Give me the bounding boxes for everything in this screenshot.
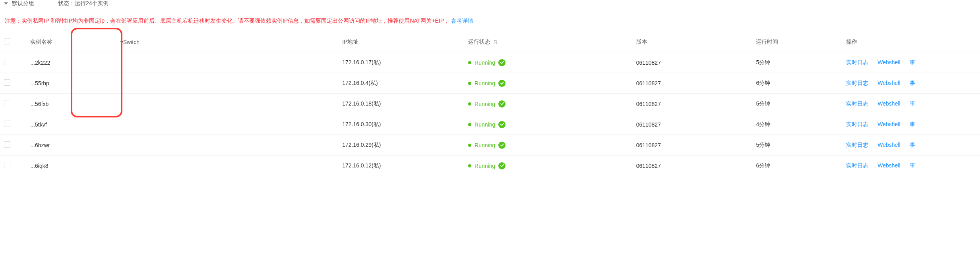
instance-name[interactable]: ...6iqk8 <box>26 156 116 176</box>
realtime-log-link[interactable]: 实时日志 <box>846 121 868 127</box>
ip-address: 172.16.0.17(私) <box>338 52 464 73</box>
action-separator: | <box>872 121 874 127</box>
realtime-log-link[interactable]: 实时日志 <box>846 80 868 86</box>
action-separator: | <box>904 80 906 86</box>
group-label-text: 默认分组 <box>12 0 34 6</box>
webshell-link[interactable]: Webshell <box>877 142 900 148</box>
version-cell: 06110827 <box>632 94 752 114</box>
table-row: ...2k222 172.16.0.17(私) Running 06110827… <box>0 52 980 73</box>
runtime-cell: 6分钟 <box>752 73 842 94</box>
vswitch-cell <box>116 156 230 176</box>
status-text: Running <box>475 163 495 169</box>
status-dot-icon <box>468 123 471 126</box>
vswitch-cell <box>116 114 230 135</box>
col-ip[interactable]: IP地址 <box>338 32 464 52</box>
check-icon <box>498 121 505 128</box>
sort-icon: ⇅ <box>494 39 498 45</box>
realtime-log-link[interactable]: 实时日志 <box>846 162 868 169</box>
events-link[interactable]: 事 <box>910 162 915 169</box>
instance-name[interactable]: ...6bzwr <box>26 135 116 156</box>
status-text: Running <box>475 121 495 128</box>
ip-address: 172.16.0.18(私) <box>338 94 464 114</box>
events-link[interactable]: 事 <box>910 100 915 107</box>
status-dot-icon <box>468 144 471 147</box>
webshell-link[interactable]: Webshell <box>877 121 900 127</box>
instance-name[interactable]: ...5tkvf <box>26 114 116 135</box>
instance-name[interactable]: ...55rhp <box>26 73 116 94</box>
webshell-link[interactable]: Webshell <box>877 100 900 107</box>
version-cell: 06110827 <box>632 135 752 156</box>
runtime-cell: 5分钟 <box>752 135 842 156</box>
check-icon <box>498 100 505 108</box>
runtime-cell: 4分钟 <box>752 114 842 135</box>
status-dot-icon <box>468 164 471 167</box>
status-cell: Running <box>468 121 628 128</box>
action-separator: | <box>904 121 906 127</box>
action-separator: | <box>904 162 906 169</box>
row-checkbox[interactable] <box>4 121 10 127</box>
col-runtime[interactable]: 运行时间 <box>752 32 842 52</box>
webshell-link[interactable]: Webshell <box>877 59 900 65</box>
realtime-log-link[interactable]: 实时日志 <box>846 59 868 65</box>
ip-address: 172.16.0.30(私) <box>338 114 464 135</box>
status-cell: Running <box>468 142 628 149</box>
events-link[interactable]: 事 <box>910 59 915 65</box>
notice-bar: 注意：实例私网IP 和弹性IP均为非固定ip，会在部署应用前后、底层主机宕机迁移… <box>0 10 980 32</box>
status-text: Running <box>475 60 495 66</box>
version-cell: 06110827 <box>632 73 752 94</box>
status-text: Running <box>475 80 495 86</box>
instances-table: 实例名称 vSwitch IP地址 运行状态 ⇅ 版本 运行时间 操作 ...2… <box>0 32 980 176</box>
row-checkbox[interactable] <box>4 141 10 148</box>
check-icon <box>498 142 505 149</box>
table-row: ...55rhp 172.16.0.4(私) Running 06110827 … <box>0 73 980 94</box>
chevron-down-icon <box>4 2 8 5</box>
col-actions: 操作 <box>842 32 980 52</box>
notice-link[interactable]: 参考详情 <box>451 17 473 24</box>
events-link[interactable]: 事 <box>910 80 915 86</box>
events-link[interactable]: 事 <box>910 142 915 148</box>
realtime-log-link[interactable]: 实时日志 <box>846 100 868 107</box>
table-row: ...5tkvf 172.16.0.30(私) Running 06110827… <box>0 114 980 135</box>
status-text: Running <box>475 142 495 148</box>
runtime-cell: 5分钟 <box>752 52 842 73</box>
vswitch-cell <box>116 52 230 73</box>
status-cell: Running <box>468 59 628 66</box>
action-separator: | <box>872 162 874 169</box>
events-link[interactable]: 事 <box>910 121 915 127</box>
webshell-link[interactable]: Webshell <box>877 162 900 169</box>
realtime-log-link[interactable]: 实时日志 <box>846 142 868 148</box>
row-checkbox[interactable] <box>4 100 10 106</box>
expand-toggle[interactable]: 默认分组 <box>4 0 34 7</box>
check-icon <box>498 162 505 169</box>
action-separator: | <box>872 80 874 86</box>
table-row: ...56fxb 172.16.0.18(私) Running 06110827… <box>0 94 980 114</box>
status-cell: Running <box>468 100 628 108</box>
status-dot-icon <box>468 102 471 106</box>
col-instance-name[interactable]: 实例名称 <box>26 32 116 52</box>
version-cell: 06110827 <box>632 52 752 73</box>
webshell-link[interactable]: Webshell <box>877 80 900 86</box>
check-icon <box>498 80 505 87</box>
instance-name[interactable]: ...2k222 <box>26 52 116 73</box>
table-row: ...6bzwr 172.16.0.29(私) Running 06110827… <box>0 135 980 156</box>
version-cell: 06110827 <box>632 114 752 135</box>
status-dot-icon <box>468 82 471 85</box>
ip-address: 172.16.0.12(私) <box>338 156 464 176</box>
action-separator: | <box>904 142 906 148</box>
col-version[interactable]: 版本 <box>632 32 752 52</box>
vswitch-cell <box>116 94 230 114</box>
action-separator: | <box>872 59 874 65</box>
version-cell: 06110827 <box>632 156 752 176</box>
notice-text: 注意：实例私网IP 和弹性IP均为非固定ip，会在部署应用前后、底层主机宕机迁移… <box>5 17 449 24</box>
row-checkbox[interactable] <box>4 162 10 168</box>
col-status[interactable]: 运行状态 ⇅ <box>464 32 632 52</box>
instance-name[interactable]: ...56fxb <box>26 94 116 114</box>
action-separator: | <box>904 59 906 65</box>
select-all-checkbox[interactable] <box>4 38 10 44</box>
col-vswitch[interactable]: vSwitch <box>116 32 230 52</box>
ip-address: 172.16.0.4(私) <box>338 73 464 94</box>
status-summary: 状态：运行24个实例 <box>58 0 109 7</box>
action-separator: | <box>872 100 874 107</box>
row-checkbox[interactable] <box>4 79 10 86</box>
row-checkbox[interactable] <box>4 59 10 65</box>
